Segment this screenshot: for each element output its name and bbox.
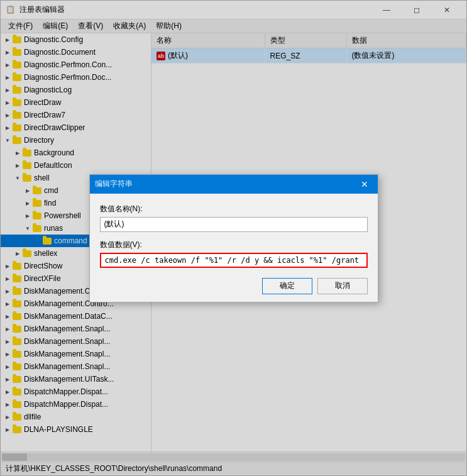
- edit-string-dialog: 编辑字符串 ✕ 数值名称(N): 数值数据(V): 确定 取消: [89, 174, 378, 302]
- data-label: 数值数据(V):: [100, 240, 368, 250]
- dialog-overlay: 编辑字符串 ✕ 数值名称(N): 数值数据(V): 确定 取消: [1, 1, 466, 475]
- dialog-title: 编辑字符串: [95, 179, 356, 189]
- dialog-close-button[interactable]: ✕: [356, 177, 373, 191]
- name-input[interactable]: [100, 217, 368, 232]
- dialog-content: 数值名称(N): 数值数据(V): 确定 取消: [90, 194, 378, 302]
- name-label: 数值名称(N):: [100, 204, 368, 214]
- data-input[interactable]: [100, 253, 368, 268]
- ok-button[interactable]: 确定: [262, 278, 312, 294]
- main-window: 📋 注册表编辑器 — ◻ ✕ 文件(F) 编辑(E) 查看(V) 收藏夹(A) …: [0, 0, 467, 476]
- dialog-title-bar: 编辑字符串 ✕: [90, 175, 378, 194]
- cancel-button[interactable]: 取消: [317, 278, 368, 294]
- dialog-buttons: 确定 取消: [100, 275, 368, 294]
